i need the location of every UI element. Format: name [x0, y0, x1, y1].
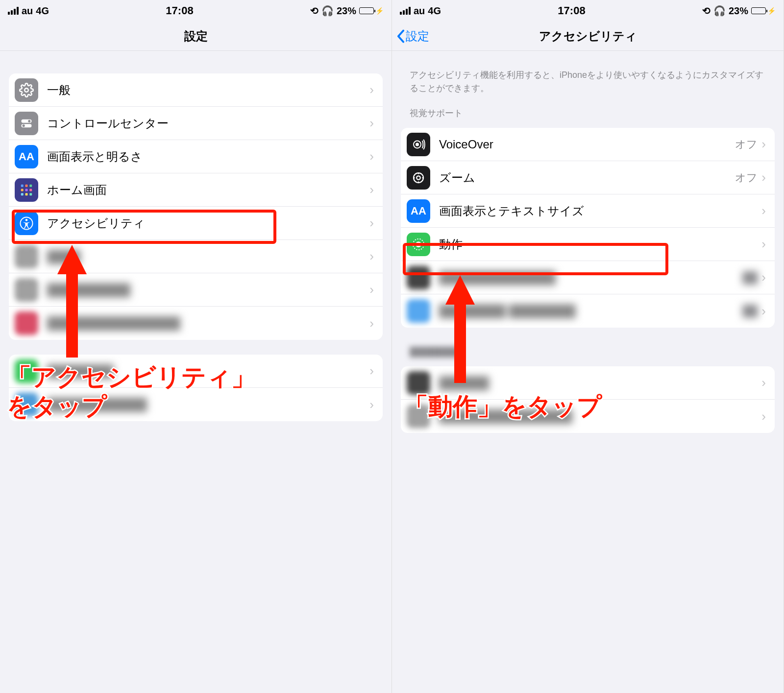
- signal-icon: [8, 7, 19, 15]
- blurred-icon: [407, 266, 430, 289]
- battery-icon: ⚡: [359, 7, 384, 15]
- signal-icon: [400, 7, 411, 15]
- row-redacted[interactable]: ██████████████ ██ ›: [401, 261, 775, 294]
- settings-content: 一般 › コントロールセンター › AA 画面表示と明るさ ›: [0, 73, 392, 441]
- row-control-center[interactable]: コントロールセンター ›: [9, 107, 383, 140]
- svg-point-17: [416, 143, 418, 145]
- status-bar: au 4G 17:08 ⟲ 🎧 23% ⚡: [0, 0, 392, 22]
- blurred-icon: [15, 393, 38, 416]
- row-general[interactable]: 一般 ›: [9, 73, 383, 107]
- row-redacted[interactable]: ████████ ›: [9, 355, 383, 388]
- blurred-icon: [15, 245, 38, 268]
- chevron-right-icon: ›: [369, 82, 374, 97]
- row-display[interactable]: AA 画面表示と明るさ ›: [9, 140, 383, 173]
- gear-icon: [15, 78, 38, 102]
- row-voiceover[interactable]: VoiceOver オフ ›: [401, 128, 775, 161]
- svg-rect-6: [25, 184, 28, 187]
- row-label: ████████████████: [439, 409, 761, 423]
- svg-rect-12: [25, 193, 28, 195]
- battery-percent: 23%: [729, 5, 748, 17]
- chevron-right-icon: ›: [369, 397, 374, 412]
- settings-screen: au 4G 17:08 ⟲ 🎧 23% ⚡ 設定 一般 ›: [0, 0, 392, 693]
- chevron-right-icon: ›: [369, 282, 374, 297]
- network-label: 4G: [36, 5, 49, 17]
- chevron-right-icon: ›: [761, 137, 766, 152]
- row-redacted[interactable]: ████████████ ›: [9, 388, 383, 421]
- row-home[interactable]: ホーム画面 ›: [9, 173, 383, 207]
- svg-point-21: [416, 242, 421, 247]
- row-label: ████████████: [47, 398, 369, 411]
- settings-group-2: ████████ › ████████████ ›: [9, 355, 383, 421]
- row-label: ████: [47, 250, 369, 263]
- text-size-icon: AA: [15, 145, 38, 168]
- row-label: 一般: [47, 82, 369, 98]
- row-accessibility[interactable]: アクセシビリティ ›: [9, 207, 383, 240]
- row-label: ████████: [47, 364, 369, 378]
- chevron-right-icon: ›: [761, 304, 766, 319]
- row-label: コントロールセンター: [47, 116, 369, 131]
- row-value: オフ: [735, 170, 758, 185]
- row-redacted[interactable]: ████████████████ ›: [401, 400, 775, 433]
- row-label: ████████████████: [47, 316, 369, 330]
- vision-group: VoiceOver オフ › ズーム オフ › AA 画面表示とテキストサイズ …: [401, 128, 775, 328]
- lock-rotation-icon: ⟲: [702, 5, 710, 17]
- row-value: オフ: [735, 137, 758, 152]
- chevron-right-icon: ›: [369, 149, 374, 164]
- chevron-right-icon: ›: [761, 375, 766, 390]
- home-grid-icon: [15, 178, 38, 202]
- svg-rect-10: [29, 189, 32, 191]
- nav-bar: 設定 アクセシビリティ: [392, 22, 784, 51]
- row-redacted[interactable]: ████████████████ ›: [9, 307, 383, 340]
- row-label: VoiceOver: [439, 138, 735, 151]
- chevron-right-icon: ›: [369, 316, 374, 331]
- section-header-redacted: ████████: [392, 328, 784, 363]
- accessibility-screen: au 4G 17:08 ⟲ 🎧 23% ⚡ 設定 アクセシビリティ アクセシビリ…: [392, 0, 784, 693]
- row-value: ██: [742, 271, 758, 284]
- battery-icon: ⚡: [751, 7, 776, 15]
- row-label: ホーム画面: [47, 182, 369, 198]
- redacted-group: ██████ › ████████████████ ›: [401, 366, 775, 433]
- row-label: ██████████: [47, 283, 369, 297]
- text-size-icon: AA: [407, 199, 430, 223]
- battery-percent: 23%: [337, 5, 356, 17]
- blurred-icon: [407, 405, 430, 428]
- chevron-right-icon: ›: [761, 170, 766, 185]
- row-motion[interactable]: 動作 ›: [401, 228, 775, 261]
- chevron-right-icon: ›: [369, 182, 374, 197]
- blurred-icon: [15, 278, 38, 302]
- row-label: アクセシビリティ: [47, 215, 369, 231]
- svg-rect-5: [21, 184, 24, 187]
- status-time: 17:08: [49, 4, 310, 17]
- section-description: アクセシビリティ機能を利用すると、iPhoneをより使いやすくなるようにカスタマ…: [392, 51, 784, 99]
- carrier-label: au: [22, 5, 33, 17]
- row-redacted[interactable]: ██████ ›: [401, 366, 775, 400]
- zoom-icon: [407, 166, 430, 190]
- row-label: ██████: [439, 376, 761, 390]
- back-button[interactable]: 設定: [397, 28, 429, 44]
- row-redacted[interactable]: ██████████ ›: [9, 273, 383, 307]
- blurred-icon: [15, 311, 38, 335]
- svg-point-15: [25, 218, 28, 221]
- row-redacted[interactable]: ████ ›: [9, 240, 383, 273]
- network-label: 4G: [428, 5, 441, 17]
- row-zoom[interactable]: ズーム オフ ›: [401, 161, 775, 194]
- svg-rect-11: [21, 193, 24, 195]
- svg-point-18: [414, 173, 423, 183]
- chevron-right-icon: ›: [369, 215, 374, 231]
- row-label: ████████ ████████: [439, 304, 742, 318]
- chevron-right-icon: ›: [761, 409, 766, 424]
- svg-point-4: [23, 124, 25, 127]
- row-textsize[interactable]: AA 画面表示とテキストサイズ ›: [401, 194, 775, 228]
- svg-rect-9: [25, 189, 28, 191]
- lock-rotation-icon: ⟲: [310, 5, 318, 17]
- row-redacted[interactable]: ████████ ████████ ██ ›: [401, 294, 775, 328]
- row-label: ██████████████: [439, 271, 742, 285]
- voiceover-icon: [407, 133, 430, 156]
- nav-bar: 設定: [0, 22, 392, 51]
- row-label: 動作: [439, 237, 761, 252]
- accessibility-content: アクセシビリティ機能を利用すると、iPhoneをより使いやすくなるようにカスタマ…: [392, 51, 784, 453]
- toggles-icon: [15, 112, 38, 135]
- headphones-icon: 🎧: [713, 5, 726, 17]
- svg-rect-13: [29, 193, 32, 195]
- section-header: 視覚サポート: [392, 99, 784, 125]
